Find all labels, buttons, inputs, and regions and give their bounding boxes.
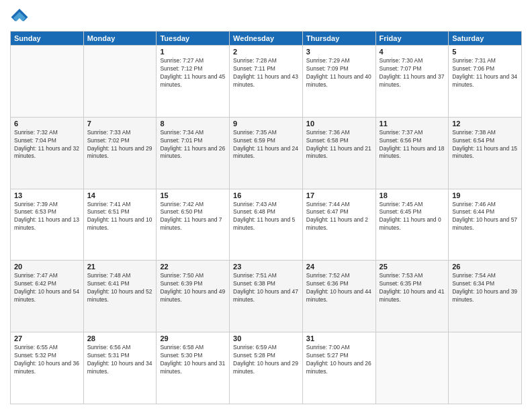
calendar-cell: 17Sunrise: 7:44 AMSunset: 6:47 PMDayligh… [302, 189, 375, 261]
day-info: Sunrise: 6:55 AMSunset: 5:32 PMDaylight:… [14, 344, 80, 376]
calendar-week-2: 6Sunrise: 7:32 AMSunset: 7:04 PMDaylight… [11, 117, 522, 189]
day-number: 1 [160, 48, 226, 56]
calendar-cell: 3Sunrise: 7:29 AMSunset: 7:09 PMDaylight… [302, 46, 375, 118]
calendar-cell: 13Sunrise: 7:39 AMSunset: 6:53 PMDayligh… [11, 189, 84, 261]
day-info: Sunrise: 7:37 AMSunset: 6:56 PMDaylight:… [380, 129, 445, 161]
calendar-week-5: 27Sunrise: 6:55 AMSunset: 5:32 PMDayligh… [11, 332, 522, 404]
calendar-cell: 10Sunrise: 7:36 AMSunset: 6:58 PMDayligh… [302, 117, 375, 189]
calendar-cell: 28Sunrise: 6:56 AMSunset: 5:31 PMDayligh… [83, 332, 157, 404]
calendar-cell: 1Sunrise: 7:27 AMSunset: 7:12 PMDaylight… [157, 46, 230, 118]
calendar-cell: 20Sunrise: 7:47 AMSunset: 6:42 PMDayligh… [11, 261, 84, 332]
day-info: Sunrise: 6:59 AMSunset: 5:28 PMDaylight:… [233, 344, 299, 376]
calendar-cell: 12Sunrise: 7:38 AMSunset: 6:54 PMDayligh… [449, 117, 522, 189]
calendar-cell: 16Sunrise: 7:43 AMSunset: 6:48 PMDayligh… [230, 189, 303, 261]
calendar-cell [11, 46, 84, 118]
calendar-cell: 25Sunrise: 7:53 AMSunset: 6:35 PMDayligh… [375, 261, 449, 332]
calendar-cell: 26Sunrise: 7:54 AMSunset: 6:34 PMDayligh… [449, 261, 522, 332]
day-info: Sunrise: 7:27 AMSunset: 7:12 PMDaylight:… [160, 57, 226, 89]
calendar-cell: 5Sunrise: 7:31 AMSunset: 7:06 PMDaylight… [449, 46, 522, 118]
day-number: 5 [452, 48, 518, 56]
calendar-cell: 6Sunrise: 7:32 AMSunset: 7:04 PMDaylight… [11, 117, 84, 189]
day-number: 9 [233, 120, 299, 128]
day-info: Sunrise: 7:45 AMSunset: 6:45 PMDaylight:… [380, 201, 445, 233]
calendar-week-1: 1Sunrise: 7:27 AMSunset: 7:12 PMDaylight… [11, 46, 522, 118]
calendar-cell: 11Sunrise: 7:37 AMSunset: 6:56 PMDayligh… [375, 117, 449, 189]
day-info: Sunrise: 7:35 AMSunset: 6:59 PMDaylight:… [233, 129, 299, 161]
calendar-cell: 14Sunrise: 7:41 AMSunset: 6:51 PMDayligh… [83, 189, 157, 261]
day-info: Sunrise: 7:50 AMSunset: 6:39 PMDaylight:… [160, 272, 226, 304]
calendar-cell: 4Sunrise: 7:30 AMSunset: 7:07 PMDaylight… [375, 46, 449, 118]
day-info: Sunrise: 7:47 AMSunset: 6:42 PMDaylight:… [14, 272, 80, 304]
day-info: Sunrise: 7:46 AMSunset: 6:44 PMDaylight:… [452, 201, 518, 233]
day-number: 16 [233, 191, 299, 199]
calendar-cell [375, 332, 449, 404]
day-info: Sunrise: 6:58 AMSunset: 5:30 PMDaylight:… [160, 344, 226, 376]
day-number: 12 [452, 120, 518, 128]
calendar-header-row: SundayMondayTuesdayWednesdayThursdayFrid… [11, 32, 522, 46]
day-number: 10 [306, 120, 372, 128]
calendar-cell: 23Sunrise: 7:51 AMSunset: 6:38 PMDayligh… [230, 261, 303, 332]
day-info: Sunrise: 7:53 AMSunset: 6:35 PMDaylight:… [380, 272, 445, 304]
day-number: 19 [452, 191, 518, 199]
day-info: Sunrise: 7:36 AMSunset: 6:58 PMDaylight:… [306, 129, 372, 161]
day-number: 31 [306, 334, 372, 342]
day-number: 17 [306, 191, 372, 199]
day-info: Sunrise: 7:28 AMSunset: 7:11 PMDaylight:… [233, 57, 299, 89]
day-info: Sunrise: 7:54 AMSunset: 6:34 PMDaylight:… [452, 272, 518, 304]
calendar-header-wednesday: Wednesday [230, 32, 303, 46]
day-number: 3 [306, 48, 372, 56]
calendar-cell: 27Sunrise: 6:55 AMSunset: 5:32 PMDayligh… [11, 332, 84, 404]
day-number: 30 [233, 334, 299, 342]
day-number: 27 [14, 334, 80, 342]
calendar-cell: 19Sunrise: 7:46 AMSunset: 6:44 PMDayligh… [449, 189, 522, 261]
day-number: 8 [160, 120, 226, 128]
day-info: Sunrise: 7:51 AMSunset: 6:38 PMDaylight:… [233, 272, 299, 304]
calendar-header-thursday: Thursday [302, 32, 375, 46]
calendar-table: SundayMondayTuesdayWednesdayThursdayFrid… [10, 31, 522, 404]
calendar-cell: 29Sunrise: 6:58 AMSunset: 5:30 PMDayligh… [157, 332, 230, 404]
calendar-cell [449, 332, 522, 404]
calendar-week-3: 13Sunrise: 7:39 AMSunset: 6:53 PMDayligh… [11, 189, 522, 261]
day-info: Sunrise: 7:44 AMSunset: 6:47 PMDaylight:… [306, 201, 372, 233]
day-number: 26 [452, 263, 518, 271]
day-info: Sunrise: 7:30 AMSunset: 7:07 PMDaylight:… [380, 57, 445, 89]
calendar-cell [83, 46, 157, 118]
day-info: Sunrise: 7:52 AMSunset: 6:36 PMDaylight:… [306, 272, 372, 304]
calendar-header-monday: Monday [83, 32, 157, 46]
calendar-cell: 30Sunrise: 6:59 AMSunset: 5:28 PMDayligh… [230, 332, 303, 404]
day-info: Sunrise: 7:38 AMSunset: 6:54 PMDaylight:… [452, 129, 518, 161]
logo-icon [10, 7, 29, 26]
calendar-cell: 15Sunrise: 7:42 AMSunset: 6:50 PMDayligh… [157, 189, 230, 261]
calendar-cell: 22Sunrise: 7:50 AMSunset: 6:39 PMDayligh… [157, 261, 230, 332]
day-info: Sunrise: 7:32 AMSunset: 7:04 PMDaylight:… [14, 129, 80, 161]
day-info: Sunrise: 7:39 AMSunset: 6:53 PMDaylight:… [14, 201, 80, 233]
day-number: 11 [380, 120, 445, 128]
calendar-cell: 21Sunrise: 7:48 AMSunset: 6:41 PMDayligh… [83, 261, 157, 332]
calendar-cell: 18Sunrise: 7:45 AMSunset: 6:45 PMDayligh… [375, 189, 449, 261]
day-number: 20 [14, 263, 80, 271]
day-number: 15 [160, 191, 226, 199]
day-number: 4 [380, 48, 445, 56]
calendar-cell: 8Sunrise: 7:34 AMSunset: 7:01 PMDaylight… [157, 117, 230, 189]
day-number: 29 [160, 334, 226, 342]
day-number: 21 [87, 263, 153, 271]
header [10, 7, 522, 26]
calendar-header-saturday: Saturday [449, 32, 522, 46]
calendar-cell: 31Sunrise: 7:00 AMSunset: 5:27 PMDayligh… [302, 332, 375, 404]
day-number: 7 [87, 120, 153, 128]
day-info: Sunrise: 7:41 AMSunset: 6:51 PMDaylight:… [87, 201, 153, 233]
calendar-header-friday: Friday [375, 32, 449, 46]
page: SundayMondayTuesdayWednesdayThursdayFrid… [0, 0, 532, 411]
calendar-header-sunday: Sunday [11, 32, 84, 46]
day-info: Sunrise: 7:48 AMSunset: 6:41 PMDaylight:… [87, 272, 153, 304]
day-number: 18 [380, 191, 445, 199]
day-info: Sunrise: 7:31 AMSunset: 7:06 PMDaylight:… [452, 57, 518, 89]
calendar-cell: 7Sunrise: 7:33 AMSunset: 7:02 PMDaylight… [83, 117, 157, 189]
day-number: 2 [233, 48, 299, 56]
day-info: Sunrise: 7:43 AMSunset: 6:48 PMDaylight:… [233, 201, 299, 233]
day-info: Sunrise: 7:33 AMSunset: 7:02 PMDaylight:… [87, 129, 153, 161]
day-number: 22 [160, 263, 226, 271]
day-info: Sunrise: 7:00 AMSunset: 5:27 PMDaylight:… [306, 344, 372, 376]
logo [10, 7, 30, 26]
day-number: 6 [14, 120, 80, 128]
